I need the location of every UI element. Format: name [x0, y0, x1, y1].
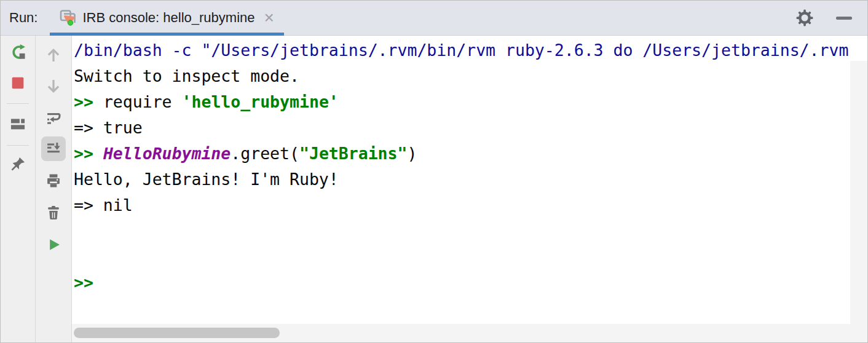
run-tool-window: Run: IRB console: hello_rubymine ×	[0, 0, 868, 343]
soft-wrap-button[interactable]	[41, 106, 66, 130]
run-label: Run:	[9, 10, 37, 26]
minimize-icon	[836, 17, 852, 20]
horizontal-scrollbar-track[interactable]	[72, 324, 867, 342]
close-icon[interactable]: ×	[264, 9, 274, 26]
scroll-to-end-icon	[45, 140, 62, 157]
stop-icon	[9, 74, 26, 92]
console-actions-toolbar	[36, 36, 72, 342]
settings-button[interactable]	[792, 6, 817, 30]
console-line: Switch to inspect mode.	[74, 63, 867, 89]
console-line: >>	[74, 270, 867, 296]
console-line: => nil	[74, 192, 867, 218]
console-line: /bin/bash -c "/Users/jetbrains/.rvm/bin/…	[74, 37, 867, 63]
restore-layout-button[interactable]	[6, 111, 30, 136]
console-line: >> require 'hello_rubymine'	[74, 89, 867, 115]
layout-icon	[9, 115, 26, 132]
printer-icon	[45, 172, 62, 189]
execute-statement-button[interactable]	[41, 232, 66, 257]
soft-wrap-icon	[45, 109, 62, 127]
console-output: /bin/bash -c "/Users/jetbrains/.rvm/bin/…	[74, 37, 867, 296]
toolbar-divider	[7, 145, 29, 146]
stop-button[interactable]	[6, 71, 30, 95]
pin-icon	[9, 156, 26, 173]
header-actions	[792, 6, 856, 30]
arrow-up-icon	[44, 46, 63, 65]
arrow-down-icon	[44, 77, 63, 95]
console-line: => true	[74, 115, 867, 141]
tab-label: IRB console: hello_rubymine	[82, 10, 254, 26]
trash-icon	[45, 204, 62, 221]
rerun-icon	[9, 44, 26, 61]
horizontal-scrollbar-thumb[interactable]	[74, 328, 280, 338]
up-stack-trace-button[interactable]	[41, 43, 66, 68]
play-icon	[45, 236, 62, 253]
run-toolbar-header: Run: IRB console: hello_rubymine ×	[1, 1, 867, 36]
vertical-scrollbar-track[interactable]	[850, 61, 867, 324]
gear-icon	[795, 9, 814, 27]
console-line: Hello, JetBrains! I'm Ruby!	[74, 167, 867, 192]
hide-window-button[interactable]	[832, 6, 856, 30]
down-stack-trace-button[interactable]	[41, 74, 66, 98]
scroll-to-end-button[interactable]	[41, 136, 66, 161]
toolbar-divider	[7, 103, 29, 104]
run-actions-toolbar	[1, 36, 36, 342]
console-editor[interactable]: /bin/bash -c "/Users/jetbrains/.rvm/bin/…	[72, 36, 867, 342]
clear-all-button[interactable]	[41, 200, 66, 225]
console-line	[74, 244, 867, 270]
rerun-button[interactable]	[6, 40, 30, 65]
tab-irb-console[interactable]: IRB console: hello_rubymine ×	[50, 1, 283, 35]
pin-tab-button[interactable]	[6, 152, 30, 176]
run-console-icon	[58, 9, 77, 27]
console-line: >> HelloRubymine.greet("JetBrains")	[74, 141, 867, 167]
print-button[interactable]	[41, 168, 66, 193]
console-line	[74, 218, 867, 244]
